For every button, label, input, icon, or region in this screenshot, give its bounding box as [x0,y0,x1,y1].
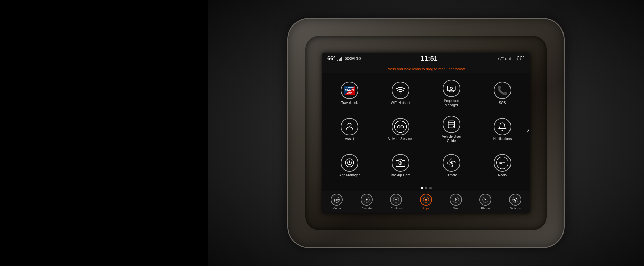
travel-link-label: Travel Link [341,101,358,105]
notifications-label: Notifications [493,137,512,141]
status-bar: 66° SXM 10 11:51 77° out. 66° [322,53,530,64]
next-page-chevron[interactable]: › [527,126,529,133]
notifications-icon [494,118,511,135]
media-nav-label: Media [333,207,341,210]
projection-manager-label: ProjectionManager [444,98,459,107]
nav-nav-icon [450,194,462,206]
radio-station: SXM 10 [345,56,361,61]
page-dot-2[interactable] [425,187,427,189]
nav-item-controls[interactable]: Controls [381,192,411,211]
instruction-text: Press and hold icons to drag to menu bar… [386,67,465,71]
svg-point-18 [425,199,426,200]
projection-manager-icon [443,80,460,97]
wifi-hotspot-icon [392,82,409,99]
person-icon [345,122,354,131]
temp-right: 66° [517,56,525,62]
svg-text:sxm: sxm [499,161,505,165]
camera-icon [396,158,405,168]
media-nav-icon: sxm [331,194,343,206]
svg-text:GO: GO [397,125,404,129]
travel-link-icon: SiriusXM TRAVELLINK [341,82,358,99]
controls-nav-icon [390,194,402,206]
grid-item-sos[interactable]: 📞 SOS [478,76,527,111]
nav-item-phone[interactable]: Phone [471,192,500,211]
go-icon: GO [394,120,407,133]
sos-phone-icon: 📞 [497,85,508,96]
climate-icon [443,154,460,172]
wifi-icon [396,86,405,95]
vehicle-user-guide-label: Vehicle UserGuide [442,134,461,143]
backup-cam-label: Backup Cam [391,173,410,177]
grid-item-notifications[interactable]: Notifications [478,112,527,147]
status-right: 77° out. 66° [497,56,525,62]
app-manager-icon [341,154,358,172]
grid-item-wifi-hotspot[interactable]: WiFi Hotspot [376,76,425,111]
apps-nav-icon [420,194,432,206]
svg-point-23 [514,199,516,201]
svg-point-2 [348,123,351,126]
nav-item-settings[interactable]: Settings [500,192,530,211]
nav-item-climate[interactable]: Climate [352,192,382,211]
outside-temp: 77° out. [497,56,513,61]
svg-point-1 [450,87,453,89]
grid-item-vehicle-user-guide[interactable]: Vehicle UserGuide [427,112,476,147]
grid-item-activate-services[interactable]: GO Activate Services [376,112,425,147]
left-panel [0,0,208,266]
phone-nav-icon [479,194,491,206]
vehicle-user-guide-icon [443,116,460,133]
grid-item-climate[interactable]: Climate [427,148,476,183]
screen: 66° SXM 10 11:51 77° out. 66° Press and … [322,53,530,213]
nav-item-nav[interactable]: Nav [441,192,471,211]
apps-nav-label: Apps [423,207,430,210]
radio-label: Radio [498,173,507,177]
grid-item-assist[interactable]: Assist [325,112,374,147]
sos-icon-circle: 📞 [494,82,511,99]
wifi-hotspot-label: WiFi Hotspot [391,101,410,105]
outer-bezel: 66° SXM 10 11:51 77° out. 66° Press and … [288,19,564,247]
page-dots [322,186,530,191]
bottom-nav-bar: sxm Media [322,191,530,213]
grid-item-travel-link[interactable]: SiriusXM TRAVELLINK Travel Link [325,76,374,111]
climate-nav-icon [361,194,373,206]
page-dot-3[interactable] [429,187,432,189]
current-time: 11:51 [421,55,438,62]
app-icon [345,158,354,168]
climate-nav-label: Climate [362,207,372,210]
climate-label: Climate [446,173,457,177]
radio-icon: sxm [494,154,511,172]
nav-item-apps[interactable]: Apps [411,192,441,211]
assist-icon [341,118,358,135]
book-icon [447,120,456,129]
status-left: 66° SXM 10 [327,56,361,62]
fan-icon [447,158,456,168]
sos-label: SOS [499,101,506,105]
settings-nav-label: Settings [509,207,521,210]
grid-item-app-manager[interactable]: App Manager [325,148,374,183]
app-manager-label: App Manager [339,173,360,177]
settings-nav-icon [509,194,521,206]
svg-text:sxm: sxm [334,198,339,201]
projection-icon [447,84,456,93]
nav-nav-label: Nav [453,207,459,210]
activate-services-label: Activate Services [388,137,414,141]
page-dot-1[interactable] [421,187,423,189]
signal-icon [337,56,342,61]
assist-label: Assist [345,137,354,141]
apps-active-indicator [421,211,431,211]
sxm-radio-icon: sxm [496,156,509,169]
main-grid: SiriusXM TRAVELLINK Travel Link [322,73,530,186]
right-panel: 66° SXM 10 11:51 77° out. 66° Press and … [208,0,644,266]
instruction-bar: Press and hold icons to drag to menu bar… [322,64,530,73]
controls-nav-label: Controls [391,207,402,210]
grid-item-backup-cam[interactable]: Backup Cam [376,148,425,183]
phone-nav-label: Phone [481,207,490,210]
svg-rect-0 [447,86,455,91]
grid-item-projection-manager[interactable]: ProjectionManager [427,76,476,111]
inner-bezel: 66° SXM 10 11:51 77° out. 66° Press and … [305,36,547,230]
grid-item-radio[interactable]: sxm Radio [478,148,527,183]
bell-icon [498,122,507,131]
activate-services-icon: GO [392,118,409,135]
nav-item-media[interactable]: sxm Media [322,192,352,211]
backup-cam-icon [392,154,409,172]
temp-left: 66° [327,56,335,62]
